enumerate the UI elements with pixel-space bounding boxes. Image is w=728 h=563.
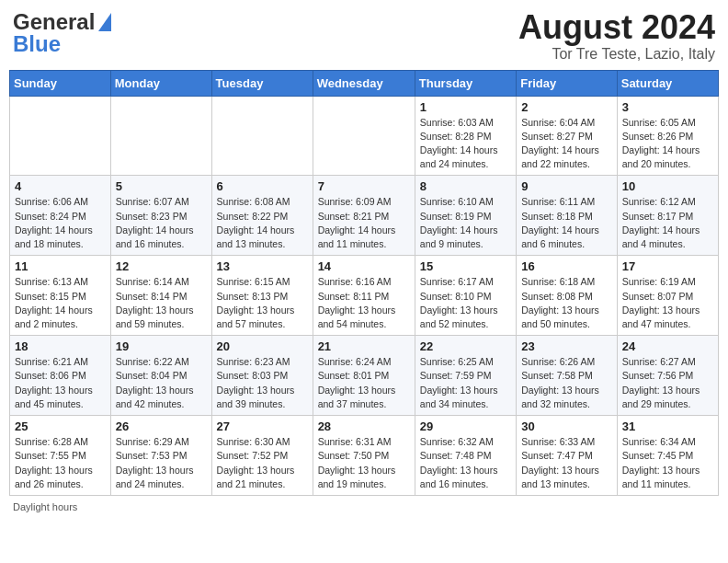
day-number: 20 (217, 339, 308, 353)
day-info: Sunrise: 6:03 AMSunset: 8:28 PMDaylight:… (420, 116, 511, 172)
calendar-cell: 10Sunrise: 6:12 AMSunset: 8:17 PMDayligh… (617, 176, 718, 256)
calendar-cell: 18Sunrise: 6:21 AMSunset: 8:06 PMDayligh… (10, 336, 111, 416)
day-info: Sunrise: 6:25 AMSunset: 7:59 PMDaylight:… (420, 355, 511, 411)
calendar-cell: 27Sunrise: 6:30 AMSunset: 7:52 PMDayligh… (211, 416, 313, 496)
day-number: 29 (420, 419, 511, 433)
calendar-cell: 5Sunrise: 6:07 AMSunset: 8:23 PMDaylight… (110, 176, 211, 256)
day-info: Sunrise: 6:29 AMSunset: 7:53 PMDaylight:… (116, 435, 207, 491)
day-info: Sunrise: 6:30 AMSunset: 7:52 PMDaylight:… (217, 435, 308, 491)
day-header-wednesday: Wednesday (313, 70, 415, 96)
day-number: 23 (521, 339, 612, 353)
day-info: Sunrise: 6:09 AMSunset: 8:21 PMDaylight:… (318, 195, 410, 251)
day-number: 6 (217, 179, 308, 193)
day-info: Sunrise: 6:19 AMSunset: 8:07 PMDaylight:… (622, 275, 713, 331)
day-number: 8 (420, 179, 511, 193)
day-number: 12 (116, 259, 207, 273)
calendar-cell: 24Sunrise: 6:27 AMSunset: 7:56 PMDayligh… (617, 336, 718, 416)
day-number: 19 (116, 339, 207, 353)
calendar-table: SundayMondayTuesdayWednesdayThursdayFrid… (9, 70, 719, 496)
calendar-cell: 16Sunrise: 6:18 AMSunset: 8:08 PMDayligh… (517, 256, 618, 336)
calendar-week-row: 25Sunrise: 6:28 AMSunset: 7:55 PMDayligh… (10, 416, 719, 496)
logo-triangle-icon (98, 13, 111, 31)
day-info: Sunrise: 6:12 AMSunset: 8:17 PMDaylight:… (622, 195, 713, 251)
day-info: Sunrise: 6:10 AMSunset: 8:19 PMDaylight:… (420, 195, 511, 251)
day-number: 13 (217, 259, 308, 273)
day-header-tuesday: Tuesday (211, 70, 313, 96)
day-header-thursday: Thursday (415, 70, 516, 96)
day-info: Sunrise: 6:27 AMSunset: 7:56 PMDaylight:… (622, 355, 713, 411)
logo-area: General Blue (13, 9, 111, 57)
calendar-cell: 30Sunrise: 6:33 AMSunset: 7:47 PMDayligh… (517, 416, 618, 496)
day-number: 7 (318, 179, 410, 193)
calendar-cell: 11Sunrise: 6:13 AMSunset: 8:15 PMDayligh… (10, 256, 111, 336)
day-info: Sunrise: 6:22 AMSunset: 8:04 PMDaylight:… (116, 355, 207, 411)
day-number: 24 (622, 339, 713, 353)
day-number: 5 (116, 179, 207, 193)
day-number: 25 (15, 419, 106, 433)
calendar-cell: 25Sunrise: 6:28 AMSunset: 7:55 PMDayligh… (10, 416, 111, 496)
day-number: 10 (622, 179, 713, 193)
footer-note: Daylight hours (9, 501, 719, 512)
logo-blue-text: Blue (13, 31, 61, 57)
header: General Blue August 2024 Tor Tre Teste, … (9, 9, 719, 63)
day-info: Sunrise: 6:26 AMSunset: 7:58 PMDaylight:… (521, 355, 612, 411)
day-info: Sunrise: 6:07 AMSunset: 8:23 PMDaylight:… (116, 195, 207, 251)
day-info: Sunrise: 6:14 AMSunset: 8:14 PMDaylight:… (116, 275, 207, 331)
day-header-saturday: Saturday (617, 70, 718, 96)
calendar-cell: 2Sunrise: 6:04 AMSunset: 8:27 PMDaylight… (517, 96, 618, 176)
day-header-sunday: Sunday (10, 70, 111, 96)
day-number: 14 (318, 259, 410, 273)
calendar-week-row: 11Sunrise: 6:13 AMSunset: 8:15 PMDayligh… (10, 256, 719, 336)
calendar-cell: 17Sunrise: 6:19 AMSunset: 8:07 PMDayligh… (617, 256, 718, 336)
day-info: Sunrise: 6:17 AMSunset: 8:10 PMDaylight:… (420, 275, 511, 331)
day-info: Sunrise: 6:13 AMSunset: 8:15 PMDaylight:… (15, 275, 106, 331)
calendar-cell: 19Sunrise: 6:22 AMSunset: 8:04 PMDayligh… (110, 336, 211, 416)
month-year-title: August 2024 (518, 9, 715, 46)
day-info: Sunrise: 6:28 AMSunset: 7:55 PMDaylight:… (15, 435, 106, 491)
day-info: Sunrise: 6:32 AMSunset: 7:48 PMDaylight:… (420, 435, 511, 491)
day-number: 26 (116, 419, 207, 433)
calendar-cell: 14Sunrise: 6:16 AMSunset: 8:11 PMDayligh… (313, 256, 415, 336)
calendar-cell: 26Sunrise: 6:29 AMSunset: 7:53 PMDayligh… (110, 416, 211, 496)
calendar-cell: 9Sunrise: 6:11 AMSunset: 8:18 PMDaylight… (517, 176, 618, 256)
calendar-cell: 4Sunrise: 6:06 AMSunset: 8:24 PMDaylight… (10, 176, 111, 256)
day-info: Sunrise: 6:15 AMSunset: 8:13 PMDaylight:… (217, 275, 308, 331)
day-number: 28 (318, 419, 410, 433)
calendar-cell: 15Sunrise: 6:17 AMSunset: 8:10 PMDayligh… (415, 256, 516, 336)
calendar-body: 1Sunrise: 6:03 AMSunset: 8:28 PMDaylight… (10, 96, 719, 495)
day-header-monday: Monday (110, 70, 211, 96)
day-number: 15 (420, 259, 511, 273)
day-info: Sunrise: 6:34 AMSunset: 7:45 PMDaylight:… (622, 435, 713, 491)
calendar-cell: 13Sunrise: 6:15 AMSunset: 8:13 PMDayligh… (211, 256, 313, 336)
calendar-cell: 21Sunrise: 6:24 AMSunset: 8:01 PMDayligh… (313, 336, 415, 416)
day-info: Sunrise: 6:16 AMSunset: 8:11 PMDaylight:… (318, 275, 410, 331)
day-number: 2 (521, 100, 612, 114)
calendar-week-row: 1Sunrise: 6:03 AMSunset: 8:28 PMDaylight… (10, 96, 719, 176)
day-number: 9 (521, 179, 612, 193)
day-info: Sunrise: 6:18 AMSunset: 8:08 PMDaylight:… (521, 275, 612, 331)
day-number: 11 (15, 259, 106, 273)
day-info: Sunrise: 6:05 AMSunset: 8:26 PMDaylight:… (622, 116, 713, 172)
day-info: Sunrise: 6:23 AMSunset: 8:03 PMDaylight:… (217, 355, 308, 411)
day-info: Sunrise: 6:24 AMSunset: 8:01 PMDaylight:… (318, 355, 410, 411)
day-number: 4 (15, 179, 106, 193)
calendar-cell: 31Sunrise: 6:34 AMSunset: 7:45 PMDayligh… (617, 416, 718, 496)
title-area: August 2024 Tor Tre Teste, Lazio, Italy (518, 9, 715, 63)
calendar-header-row: SundayMondayTuesdayWednesdayThursdayFrid… (10, 70, 719, 96)
day-number: 27 (217, 419, 308, 433)
day-info: Sunrise: 6:21 AMSunset: 8:06 PMDaylight:… (15, 355, 106, 411)
day-number: 17 (622, 259, 713, 273)
day-number: 18 (15, 339, 106, 353)
day-info: Sunrise: 6:31 AMSunset: 7:50 PMDaylight:… (318, 435, 410, 491)
calendar-cell: 29Sunrise: 6:32 AMSunset: 7:48 PMDayligh… (415, 416, 516, 496)
day-number: 31 (622, 419, 713, 433)
calendar-cell: 1Sunrise: 6:03 AMSunset: 8:28 PMDaylight… (415, 96, 516, 176)
calendar-cell: 8Sunrise: 6:10 AMSunset: 8:19 PMDaylight… (415, 176, 516, 256)
footer-daylight-text: Daylight hours (13, 501, 77, 512)
day-number: 3 (622, 100, 713, 114)
calendar-cell: 23Sunrise: 6:26 AMSunset: 7:58 PMDayligh… (517, 336, 618, 416)
day-number: 1 (420, 100, 511, 114)
day-info: Sunrise: 6:11 AMSunset: 8:18 PMDaylight:… (521, 195, 612, 251)
calendar-cell: 6Sunrise: 6:08 AMSunset: 8:22 PMDaylight… (211, 176, 313, 256)
calendar-cell (10, 96, 111, 176)
